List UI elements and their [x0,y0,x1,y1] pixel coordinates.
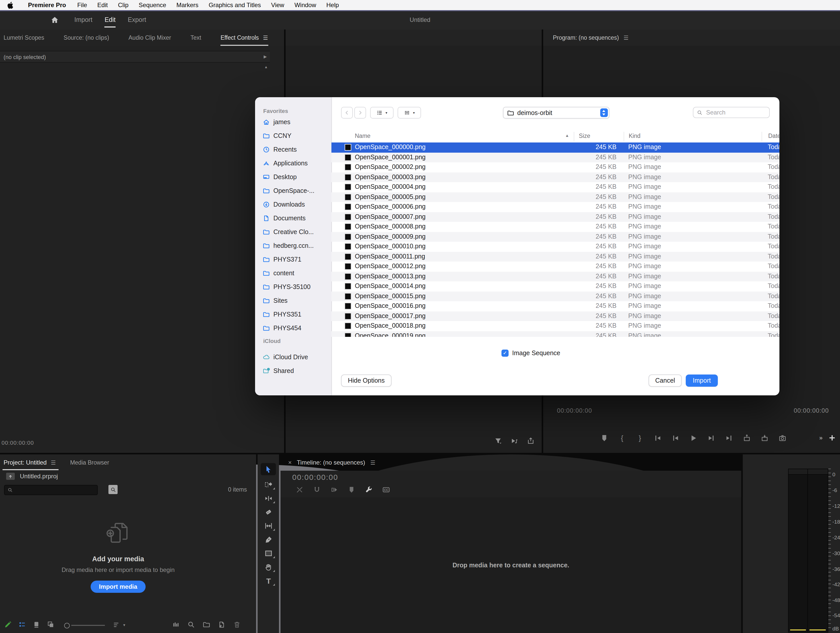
tool-button[interactable] [264,494,273,503]
file-row[interactable]: OpenSpace_000003.png 245 KB PNG image To… [332,172,779,182]
file-row[interactable]: OpenSpace_000002.png 245 KB PNG image To… [332,162,779,172]
program-tab-label[interactable]: Program: (no sequences) [553,35,619,41]
sidebar-item[interactable]: CCNY [259,129,329,142]
sort-control[interactable]: ▾ [113,621,125,628]
transport-button[interactable] [636,434,644,442]
panel-tab[interactable]: Project: Untitled☰ [3,459,56,466]
sidebar-item[interactable]: PHYS454 [259,321,329,335]
sidebar-item[interactable]: james [259,115,329,129]
hide-options-button[interactable]: Hide Options [341,375,392,387]
file-row[interactable]: OpenSpace_000009.png 245 KB PNG image To… [332,232,779,242]
tool-button[interactable] [264,521,273,530]
sidebar-item[interactable]: Applications [259,156,329,170]
panel-tab[interactable]: Effect Controls☰ [220,35,268,41]
transport-button[interactable] [725,434,733,442]
column-size[interactable]: Size [579,133,590,139]
menu-item[interactable]: Graphics and Titles [204,2,266,9]
menu-item[interactable]: File [72,2,92,9]
tool-button[interactable] [261,463,276,475]
sidebar-item[interactable]: Downloads [259,197,329,211]
transport-button[interactable] [761,434,769,442]
sidebar-item[interactable]: hedberg.ccn... [259,239,329,252]
timeline-toolbar-icon[interactable] [382,486,390,494]
transport-button[interactable] [600,434,608,442]
group-view-button[interactable]: ▾ [398,107,421,118]
forward-button[interactable] [354,107,366,118]
tool-button[interactable] [264,508,273,516]
footer-icon[interactable] [47,621,54,628]
menu-item[interactable]: Premiere Pro [23,2,72,9]
panel-tab[interactable]: Source: (no clips)☰ [64,35,109,41]
menu-item[interactable]: View [266,2,289,9]
file-row[interactable]: OpenSpace_000016.png 245 KB PNG image To… [332,301,779,311]
list-view-button[interactable]: ▾ [370,107,393,118]
import-button[interactable]: Import [686,375,718,387]
timeline-timecode[interactable]: 00:00:00:00 [292,473,338,481]
file-row[interactable]: OpenSpace_000010.png 245 KB PNG image To… [332,242,779,252]
find-in-bin-button[interactable] [109,485,118,494]
close-panel-icon[interactable]: × [288,459,292,466]
apple-menu-icon[interactable] [7,1,14,9]
bin-up-icon[interactable] [6,473,15,480]
sidebar-item[interactable]: Sites [259,294,329,307]
dialog-search-field[interactable] [693,107,770,118]
file-row[interactable]: OpenSpace_000014.png 245 KB PNG image To… [332,281,779,291]
footer-icon[interactable] [33,621,40,628]
sidebar-item[interactable]: Documents [259,211,329,225]
project-search-input[interactable] [4,485,98,495]
cancel-button[interactable]: Cancel [649,375,682,387]
menu-item[interactable]: Clip [113,2,134,9]
panel-menu-icon[interactable]: ☰ [624,35,629,41]
location-dropdown[interactable]: deimos-orbit [503,107,609,118]
tool-button[interactable] [264,480,273,489]
transport-button[interactable] [778,434,786,442]
sidebar-item[interactable]: PHYS351 [259,307,329,321]
menu-item[interactable]: Window [289,2,321,9]
search-input[interactable] [705,109,763,117]
panel-tab[interactable]: Lumetri Scopes☰ [3,35,44,41]
timeline-toolbar-icon[interactable] [348,486,355,494]
sidebar-item[interactable]: Recents [259,142,329,156]
tool-button[interactable] [264,563,273,572]
transport-button[interactable] [618,434,626,442]
menu-item[interactable]: Help [321,2,344,9]
back-button[interactable] [341,107,353,118]
sidebar-item[interactable]: PHYS-35100 [259,280,329,294]
panel-menu-icon[interactable]: ☰ [51,459,56,466]
footer-icon[interactable] [172,621,180,628]
transport-button[interactable] [689,434,698,442]
timeline-drop-zone[interactable]: Drop media here to create a sequence. [281,497,741,633]
menu-item[interactable]: Edit [92,2,113,9]
sidebar-item[interactable]: PHYS371 [259,252,329,266]
source-footer-icon[interactable] [527,437,535,445]
file-row[interactable]: OpenSpace_000018.png 245 KB PNG image To… [332,321,779,331]
panel-menu-icon[interactable]: ☰ [370,459,376,466]
timeline-toolbar-icon[interactable] [330,486,338,494]
file-row[interactable]: OpenSpace_000006.png 245 KB PNG image To… [332,202,779,212]
timeline-tab-label[interactable]: Timeline: (no sequences) [297,459,365,466]
image-sequence-checkbox[interactable]: ✓ [501,350,508,357]
footer-icon[interactable] [233,621,241,628]
tool-button[interactable] [264,576,273,585]
source-footer-icon[interactable] [494,437,502,445]
timeline-toolbar-icon[interactable] [365,486,373,494]
menu-item[interactable]: Markers [171,2,204,9]
transport-button[interactable] [671,434,680,442]
panel-tab[interactable]: Audio Clip Mixer☰ [129,35,171,41]
sidebar-item[interactable]: OpenSpace-... [259,184,329,197]
footer-icon[interactable] [18,621,26,628]
file-row[interactable]: OpenSpace_000007.png 245 KB PNG image To… [332,212,779,222]
tool-button[interactable] [264,535,273,544]
file-row[interactable]: OpenSpace_000008.png 245 KB PNG image To… [332,222,779,232]
file-row[interactable]: OpenSpace_000017.png 245 KB PNG image To… [332,311,779,321]
file-row[interactable]: OpenSpace_000013.png 245 KB PNG image To… [332,271,779,281]
sidebar-item[interactable]: Shared [259,364,329,378]
dropdown-stepper-icon[interactable] [600,109,608,117]
footer-icon[interactable] [4,621,12,628]
import-media-button[interactable]: Import media [91,581,145,593]
footer-icon[interactable] [187,621,195,628]
file-row[interactable]: OpenSpace_000005.png 245 KB PNG image To… [332,192,779,202]
more-tools-icon[interactable] [817,434,825,442]
timeline-toolbar-icon[interactable] [313,486,321,494]
file-row[interactable]: OpenSpace_000000.png 245 KB PNG image To… [332,142,779,153]
